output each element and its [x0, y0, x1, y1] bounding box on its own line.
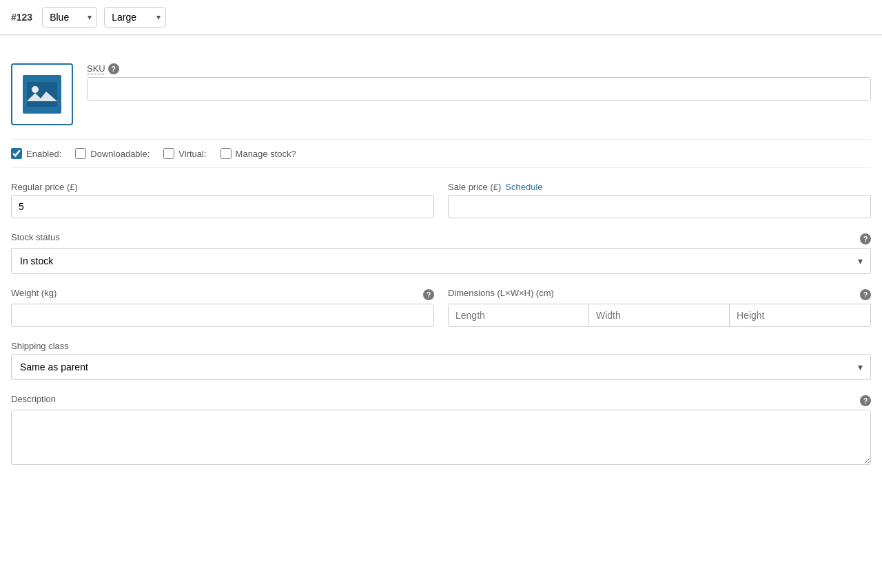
- weight-input[interactable]: [11, 304, 434, 327]
- enabled-checkbox-item: Enabled:: [11, 148, 61, 159]
- virtual-checkbox[interactable]: [163, 148, 174, 159]
- sku-label: SKU ?: [87, 63, 871, 74]
- weight-label-row: Weight (kg) ?: [11, 288, 434, 301]
- weight-dimensions-row: Weight (kg) ? Dimensions (L×W×H) (cm) ?: [11, 288, 871, 327]
- stock-section: Stock status ? In stock Out of stock On …: [11, 232, 871, 274]
- regular-price-label: Regular price (£): [11, 182, 434, 192]
- virtual-checkbox-item: Virtual:: [163, 148, 206, 159]
- svg-rect-1: [27, 82, 57, 107]
- shipping-section: Shipping class Same as parent No shippin…: [11, 341, 871, 380]
- product-image-icon: [23, 75, 61, 114]
- sale-price-label-row: Sale price (£) Schedule: [448, 182, 871, 192]
- weight-group: Weight (kg) ?: [11, 288, 434, 327]
- weight-label: Weight (kg): [11, 288, 57, 298]
- sale-price-input[interactable]: [448, 195, 871, 218]
- manage-stock-checkbox[interactable]: [220, 148, 232, 159]
- svg-point-2: [32, 86, 39, 93]
- regular-price-group: Regular price (£): [11, 182, 434, 218]
- sku-input[interactable]: [87, 77, 871, 101]
- sale-price-group: Sale price (£) Schedule: [448, 182, 871, 218]
- color-select-wrapper[interactable]: Blue Red Green: [42, 7, 97, 28]
- product-image-placeholder[interactable]: [11, 63, 73, 125]
- size-select[interactable]: Large Small Medium XL: [104, 7, 166, 28]
- variant-id: #123: [11, 12, 32, 23]
- shipping-select-wrapper[interactable]: Same as parent No shipping class: [11, 354, 871, 380]
- stock-select[interactable]: In stock Out of stock On backorder: [11, 248, 871, 274]
- top-divider: [0, 35, 882, 36]
- manage-stock-label: Manage stock?: [236, 149, 296, 159]
- size-select-wrapper[interactable]: Large Small Medium XL: [104, 7, 166, 28]
- width-input[interactable]: [589, 304, 730, 326]
- main-content: SKU ? Enabled: Downloadable: Virtual: Ma…: [0, 50, 882, 494]
- description-label-row: Description ?: [11, 394, 871, 407]
- top-bar: #123 Blue Red Green Large Small Medium X…: [0, 0, 882, 35]
- downloadable-checkbox[interactable]: [75, 148, 86, 159]
- stock-label: Stock status: [11, 232, 60, 242]
- enabled-label: Enabled:: [26, 149, 61, 159]
- sku-help-icon[interactable]: ?: [108, 63, 119, 74]
- description-label: Description: [11, 394, 56, 404]
- shipping-select[interactable]: Same as parent No shipping class: [11, 354, 871, 380]
- description-textarea[interactable]: [11, 410, 871, 465]
- shipping-label: Shipping class: [11, 341, 871, 351]
- dimensions-group: Dimensions (L×W×H) (cm) ?: [448, 288, 871, 327]
- weight-help-icon[interactable]: ?: [423, 289, 434, 300]
- description-help-icon[interactable]: ?: [860, 395, 871, 406]
- stock-help-icon[interactable]: ?: [860, 233, 871, 244]
- regular-price-input[interactable]: [11, 195, 434, 218]
- dimensions-label-row: Dimensions (L×W×H) (cm) ?: [448, 288, 871, 301]
- stock-label-row: Stock status ?: [11, 232, 871, 245]
- sku-section: SKU ?: [87, 63, 871, 125]
- dimensions-help-icon[interactable]: ?: [860, 289, 871, 300]
- length-input[interactable]: [449, 304, 589, 326]
- description-section: Description ?: [11, 394, 871, 467]
- enabled-checkbox[interactable]: [11, 148, 22, 159]
- downloadable-label: Downloadable:: [90, 149, 150, 159]
- manage-stock-checkbox-item: Manage stock?: [220, 148, 296, 159]
- dimensions-inputs: [448, 304, 871, 327]
- color-select[interactable]: Blue Red Green: [42, 7, 97, 28]
- schedule-link[interactable]: Schedule: [505, 182, 542, 192]
- dimensions-label: Dimensions (L×W×H) (cm): [448, 288, 554, 298]
- checkboxes-row: Enabled: Downloadable: Virtual: Manage s…: [11, 139, 871, 168]
- downloadable-checkbox-item: Downloadable:: [75, 148, 150, 159]
- virtual-label: Virtual:: [178, 149, 206, 159]
- top-section: SKU ?: [11, 63, 871, 125]
- height-input[interactable]: [730, 304, 870, 326]
- stock-select-wrapper[interactable]: In stock Out of stock On backorder: [11, 248, 871, 274]
- prices-row: Regular price (£) Sale price (£) Schedul…: [11, 182, 871, 218]
